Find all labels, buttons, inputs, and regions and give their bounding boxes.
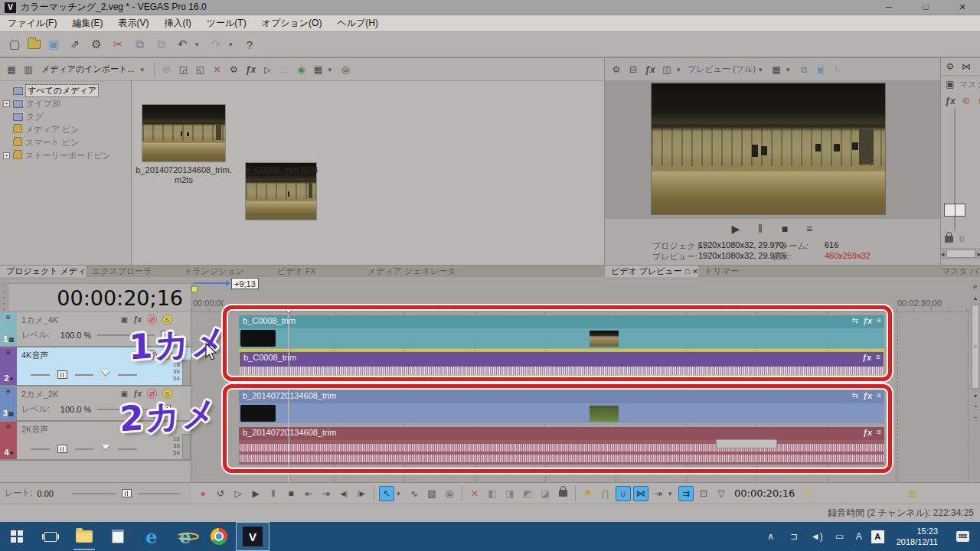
tree-item-smart-bins[interactable]: スマート ビン bbox=[0, 136, 131, 149]
timeline-hscroll-thumb[interactable] bbox=[716, 439, 777, 448]
vscroll-thumb[interactable]: ≡ bbox=[972, 305, 979, 389]
media-fx-icon[interactable]: ƒx bbox=[244, 63, 258, 77]
undo-icon[interactable]: ↶ bbox=[174, 36, 191, 53]
menu-help[interactable]: ヘルプ(H) bbox=[329, 17, 386, 30]
event-menu-icon[interactable]: ≡ bbox=[877, 428, 881, 437]
video-event-cam1[interactable]: b_C0008_trim ⇆ ƒx ≡ bbox=[239, 315, 884, 348]
stop-button[interactable]: ■ bbox=[283, 486, 299, 501]
media-thumbnail-m2ts[interactable] bbox=[142, 104, 226, 162]
zoom-tool-button[interactable]: ◎ bbox=[442, 486, 457, 501]
selection-follows-button[interactable]: ⊡ bbox=[696, 486, 711, 501]
media-properties-icon[interactable]: ⚙ bbox=[227, 63, 241, 77]
scroll-left-icon[interactable]: ◂ bbox=[941, 250, 945, 258]
new-project-icon[interactable]: ▢ bbox=[6, 36, 23, 53]
tree-item-media-bins[interactable]: メディア ビン bbox=[0, 123, 131, 136]
play-from-start-button[interactable]: ▷ bbox=[230, 486, 246, 501]
tab-close-icon[interactable]: ✕ bbox=[692, 268, 698, 276]
audio-event-cam2[interactable]: b_20140720134608_trim ƒx ≡ bbox=[239, 427, 884, 465]
track-4-name[interactable]: 2K音声 bbox=[21, 424, 188, 435]
tab-media-generators[interactable]: メディア ジェネレータ bbox=[361, 266, 490, 277]
event-fx-icon[interactable]: ƒx bbox=[863, 391, 872, 400]
delete-button[interactable]: ✕ bbox=[467, 486, 482, 501]
playhead-line[interactable] bbox=[289, 312, 289, 482]
trim-start-button[interactable]: ◧ bbox=[485, 486, 500, 501]
ripple-dropdown-icon[interactable]: ▾ bbox=[668, 490, 676, 497]
level-slider[interactable] bbox=[161, 405, 171, 413]
event-menu-icon[interactable]: ≡ bbox=[876, 353, 880, 362]
selection-tool-button[interactable]: ▧ bbox=[424, 486, 439, 501]
solo-icon[interactable]: S bbox=[162, 389, 172, 399]
publish-icon[interactable]: ⇗ bbox=[67, 36, 83, 53]
menu-tools[interactable]: ツール(T) bbox=[199, 17, 254, 30]
pan-scan-icon[interactable]: ▤ bbox=[905, 486, 920, 501]
edge-button[interactable]: e bbox=[135, 522, 168, 551]
file-explorer-button[interactable] bbox=[67, 522, 101, 551]
volume-tray-icon[interactable]: ◄) bbox=[805, 531, 828, 542]
undo-dropdown-icon[interactable]: ▾ bbox=[195, 41, 203, 48]
master-mute-icon[interactable]: Ø bbox=[975, 94, 980, 108]
compositing-mode-icon[interactable]: ▣ bbox=[120, 390, 127, 398]
pause-button[interactable]: ‖ bbox=[266, 486, 281, 501]
event-fx-icon[interactable]: ƒx bbox=[863, 428, 872, 437]
solo-icon[interactable]: S bbox=[162, 350, 172, 360]
tab-explorer[interactable]: エクスプローラ bbox=[86, 266, 178, 277]
open-project-icon[interactable] bbox=[28, 40, 41, 49]
loop-region-icon[interactable]: ↻ bbox=[831, 63, 844, 77]
menu-insert[interactable]: 挿入(I) bbox=[156, 17, 198, 30]
track-2-number-strip[interactable]: ≡ 2◂ bbox=[0, 347, 17, 385]
event-menu-icon[interactable]: ≡ bbox=[877, 391, 881, 400]
track-header-2[interactable]: ≡ 2◂ 4K音声 Ø S bbox=[0, 347, 191, 386]
menu-file[interactable]: ファイル(F) bbox=[0, 17, 64, 30]
expander-icon[interactable]: + bbox=[3, 152, 10, 159]
tab-master-bus[interactable]: マスタ バ bbox=[940, 266, 980, 277]
capture-video-icon[interactable]: ◲ bbox=[177, 63, 191, 77]
quality-dropdown-icon[interactable]: ▾ bbox=[759, 66, 766, 73]
save-snapshot-icon[interactable]: ▣ bbox=[814, 63, 828, 77]
auto-crossfade-button[interactable]: ⋈ bbox=[633, 486, 648, 501]
views-dropdown-icon[interactable]: ▾ bbox=[328, 66, 336, 73]
tab-video-preview[interactable]: ビデオ プレビュー □ ✕ bbox=[605, 266, 698, 277]
split-trim-end-button[interactable]: ◪ bbox=[537, 486, 553, 501]
import-media-button[interactable]: メディアのインポート... bbox=[38, 62, 138, 77]
volume-slider[interactable] bbox=[57, 445, 67, 453]
notepad-button[interactable] bbox=[101, 522, 135, 551]
prev-frame-button[interactable]: ◀| bbox=[336, 486, 351, 501]
normal-edit-tool-button[interactable]: ↖ bbox=[379, 486, 394, 501]
solo-icon[interactable]: S bbox=[162, 315, 172, 324]
video-event-cam2[interactable]: b_20140720134608_trim ⇆ ƒx ≡ bbox=[239, 390, 884, 423]
mute-icon[interactable]: Ø bbox=[147, 350, 157, 360]
lock-icon[interactable] bbox=[945, 236, 953, 243]
preview-settings-icon[interactable]: ⚙ bbox=[609, 63, 623, 77]
go-to-start-button[interactable]: ⇤ bbox=[301, 486, 316, 501]
import-dropdown-icon[interactable]: ▾ bbox=[141, 66, 149, 73]
preview-play-icon[interactable]: ▷ bbox=[261, 63, 275, 77]
tree-item-storyboard-bins[interactable]: + ストーリーボードビン bbox=[0, 149, 131, 162]
chrome-button[interactable] bbox=[202, 522, 236, 551]
track-4-number-strip[interactable]: ≡ 4◂ bbox=[0, 422, 17, 459]
timeline-vscrollbar[interactable]: P ▴ ≡ ▾ + − bbox=[971, 282, 980, 478]
master-fx-icon[interactable]: ƒx bbox=[943, 94, 957, 108]
no-preview-icon[interactable]: ⊠ bbox=[160, 63, 174, 77]
maximize-button[interactable]: □ bbox=[919, 2, 933, 12]
preview-quality-select[interactable]: プレビュー (フル) bbox=[688, 64, 756, 75]
redo-dropdown-icon[interactable]: ▾ bbox=[229, 41, 237, 48]
split-dropdown-icon[interactable]: ▾ bbox=[677, 66, 684, 73]
master-scrollbar[interactable]: ◂ ▸ bbox=[941, 248, 980, 259]
minimize-button[interactable]: ─ bbox=[882, 2, 896, 12]
play-button[interactable]: ▶ bbox=[248, 486, 263, 501]
tab-video-fx[interactable]: ビデオ FX bbox=[271, 266, 361, 277]
mute-icon[interactable]: Ø bbox=[147, 389, 157, 399]
pan-slider[interactable] bbox=[101, 445, 110, 450]
playhead-marker[interactable] bbox=[284, 308, 293, 313]
expander-icon[interactable]: + bbox=[3, 100, 10, 107]
project-properties-icon[interactable]: ⚙ bbox=[88, 36, 105, 53]
views-icon[interactable]: ▦ bbox=[312, 63, 325, 77]
event-switch-icon[interactable]: ⇆ bbox=[852, 391, 858, 400]
split-trim-start-button[interactable]: ◩ bbox=[520, 486, 535, 501]
redo-icon[interactable]: ↷ bbox=[207, 36, 224, 53]
event-menu-icon[interactable]: ≡ bbox=[877, 316, 881, 325]
preview-play-button[interactable]: ▶ bbox=[727, 220, 744, 237]
remove-media-icon[interactable]: ✕ bbox=[211, 63, 224, 77]
selection-end-icon[interactable]: ◹ bbox=[800, 486, 815, 501]
task-view-button[interactable] bbox=[34, 522, 67, 551]
